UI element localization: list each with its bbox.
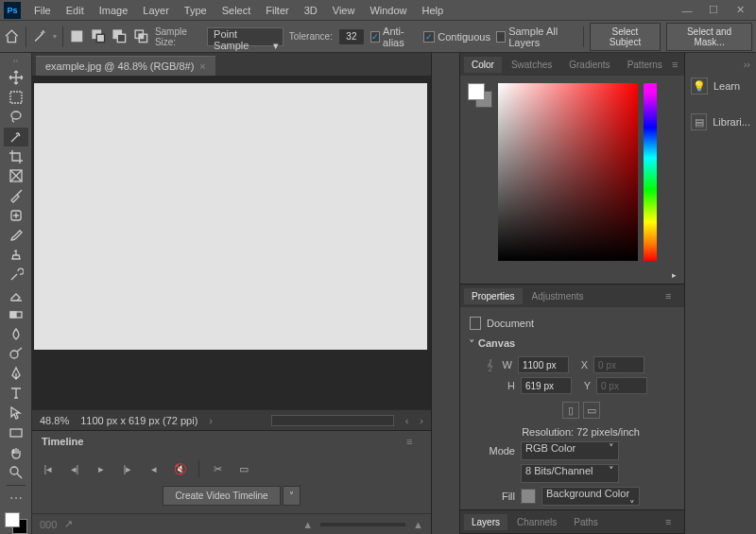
canvas-viewport[interactable] xyxy=(32,76,431,409)
panel-menu-icon[interactable]: ≡ xyxy=(665,516,680,527)
fill-select[interactable]: Background Color˅ xyxy=(541,487,640,506)
close-button[interactable]: ✕ xyxy=(728,2,752,19)
tab-patterns[interactable]: Patterns xyxy=(620,57,670,73)
hand-tool[interactable] xyxy=(4,443,28,462)
history-brush-tool[interactable] xyxy=(4,266,28,284)
link-icon[interactable]: 𝄞 xyxy=(487,359,493,371)
menu-select[interactable]: Select xyxy=(215,5,259,16)
menu-layer[interactable]: Layer xyxy=(135,5,177,16)
hue-slider[interactable] xyxy=(644,83,657,261)
portrait-icon[interactable]: ▯ xyxy=(562,402,579,419)
scroll-left-icon[interactable]: ‹ xyxy=(405,415,409,426)
x-input[interactable] xyxy=(593,356,644,373)
libraries-panel-button[interactable]: ▤ Librari... xyxy=(689,110,752,134)
pen-tool[interactable] xyxy=(4,364,28,383)
eyedropper-tool[interactable] xyxy=(4,186,28,205)
marquee-tool[interactable] xyxy=(4,88,28,107)
frame-tool[interactable] xyxy=(4,166,28,185)
menu-edit[interactable]: Edit xyxy=(59,5,92,16)
transition-icon[interactable]: ▭ xyxy=(235,460,252,477)
y-input[interactable] xyxy=(596,377,647,394)
convert-frames-icon[interactable]: ↗ xyxy=(64,518,73,530)
sample-all-checkbox[interactable]: Sample All Layers xyxy=(496,26,577,48)
menu-filter[interactable]: Filter xyxy=(258,5,296,16)
collapse-icon[interactable]: ›› xyxy=(689,59,752,74)
height-input[interactable] xyxy=(521,377,572,394)
split-icon[interactable]: ✂ xyxy=(209,460,226,477)
type-tool[interactable] xyxy=(4,384,28,403)
create-video-dropdown[interactable]: ˅ xyxy=(283,486,301,506)
magic-wand-tool[interactable] xyxy=(4,128,28,146)
select-subject-button[interactable]: Select Subject xyxy=(590,23,661,51)
chevron-right-icon[interactable]: › xyxy=(209,415,213,426)
sample-size-select[interactable]: Point Sample ▾ xyxy=(207,27,284,46)
home-icon[interactable] xyxy=(4,27,20,46)
tab-adjustments[interactable]: Adjustments xyxy=(524,288,592,304)
selection-add-icon[interactable] xyxy=(91,27,107,46)
zoom-tool[interactable] xyxy=(4,463,28,482)
color-field[interactable] xyxy=(498,83,638,261)
maximize-button[interactable]: ☐ xyxy=(701,2,726,19)
tab-layers[interactable]: Layers xyxy=(464,514,507,530)
anti-alias-checkbox[interactable]: ✓Anti-alias xyxy=(370,26,418,48)
clone-stamp-tool[interactable] xyxy=(4,246,28,265)
tab-properties[interactable]: Properties xyxy=(464,288,523,304)
color-swatches[interactable] xyxy=(3,512,29,535)
eraser-tool[interactable] xyxy=(4,285,28,304)
landscape-icon[interactable]: ▭ xyxy=(583,402,600,419)
menu-help[interactable]: Help xyxy=(415,5,452,16)
menu-file[interactable]: File xyxy=(26,5,59,16)
next-frame-icon[interactable]: |▸ xyxy=(119,460,136,477)
expand-toolbox-icon[interactable]: ›› xyxy=(13,57,18,65)
collapsed-panel-strip[interactable] xyxy=(431,53,459,534)
minimize-button[interactable]: — xyxy=(675,2,699,19)
dropdown-icon[interactable]: ▾ xyxy=(53,32,57,41)
menu-image[interactable]: Image xyxy=(92,5,136,16)
foreground-color-swatch[interactable] xyxy=(5,512,20,527)
horizontal-scrollbar[interactable] xyxy=(271,415,394,426)
bit-depth-select[interactable]: 8 Bits/Channel˅ xyxy=(521,464,619,483)
fg-swatch[interactable] xyxy=(468,83,485,100)
last-frame-icon[interactable]: ◂ xyxy=(146,460,163,477)
lasso-tool[interactable] xyxy=(4,108,28,127)
selection-subtract-icon[interactable] xyxy=(112,27,128,46)
tolerance-input[interactable] xyxy=(338,28,365,45)
menu-window[interactable]: Window xyxy=(362,5,414,16)
close-tab-icon[interactable]: × xyxy=(199,60,205,72)
panel-menu-icon[interactable]: ≡ xyxy=(672,59,680,70)
menu-type[interactable]: Type xyxy=(177,5,215,16)
move-tool[interactable] xyxy=(4,68,28,87)
canvas-section-header[interactable]: Canvas xyxy=(470,334,675,353)
timeline-title[interactable]: Timeline xyxy=(42,436,83,447)
tab-channels[interactable]: Channels xyxy=(509,514,564,530)
rectangle-tool[interactable] xyxy=(4,423,28,442)
gradient-tool[interactable] xyxy=(4,305,28,324)
canvas[interactable] xyxy=(34,83,427,350)
healing-brush-tool[interactable] xyxy=(4,206,28,225)
scroll-right-icon[interactable]: › xyxy=(420,415,423,426)
blur-tool[interactable] xyxy=(4,325,28,344)
tab-gradients[interactable]: Gradients xyxy=(561,57,617,73)
path-selection-tool[interactable] xyxy=(4,404,28,422)
edit-toolbar-icon[interactable]: ⋯ xyxy=(4,489,28,508)
tab-paths[interactable]: Paths xyxy=(566,514,606,530)
zoom-level[interactable]: 48.8% xyxy=(40,415,69,426)
spectrum-toggle-icon[interactable]: ▸ xyxy=(672,270,677,280)
brush-tool[interactable] xyxy=(4,226,28,245)
zoom-in-icon[interactable]: ▲ xyxy=(413,519,423,530)
selection-new-icon[interactable] xyxy=(69,27,85,46)
wand-icon[interactable] xyxy=(32,27,48,46)
fill-swatch[interactable] xyxy=(521,489,536,504)
width-input[interactable] xyxy=(518,356,569,373)
selection-intersect-icon[interactable] xyxy=(133,27,149,46)
crop-tool[interactable] xyxy=(4,147,28,166)
menu-3d[interactable]: 3D xyxy=(297,5,325,16)
play-icon[interactable]: ▸ xyxy=(93,460,110,477)
document-tab[interactable]: example.jpg @ 48.8% (RGB/8#) × xyxy=(36,56,215,76)
zoom-slider[interactable] xyxy=(320,523,405,526)
dodge-tool[interactable] xyxy=(4,344,28,363)
contiguous-checkbox[interactable]: ✓Contiguous xyxy=(423,31,490,43)
color-swatches[interactable] xyxy=(468,83,492,108)
create-video-timeline-button[interactable]: Create Video Timeline xyxy=(163,486,280,506)
prev-frame-icon[interactable]: ◂| xyxy=(66,460,83,477)
